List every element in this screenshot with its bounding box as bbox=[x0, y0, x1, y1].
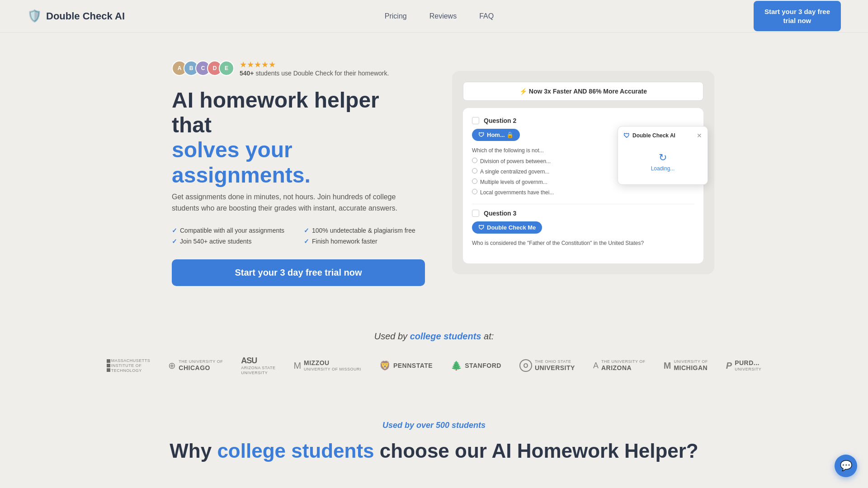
logo-icon: 🛡️ bbox=[27, 9, 42, 23]
nav-links: Pricing Reviews FAQ bbox=[385, 12, 494, 20]
nav-link-faq[interactable]: FAQ bbox=[479, 12, 494, 20]
asu-logo: ASU Arizona State University bbox=[241, 356, 275, 375]
ai-popup-title: 🛡 Double Check AI bbox=[623, 132, 675, 139]
double-check-btn-q2[interactable]: 🛡 Hom... 🔒 bbox=[472, 129, 520, 141]
stars: ★★★★★ 540+ students use Double Check for… bbox=[240, 60, 389, 77]
why-heading-blue: college students bbox=[217, 440, 374, 462]
hero-left: A B C D E ★★★★★ 540+ students use Double… bbox=[172, 60, 425, 286]
check-icon-1: ✓ bbox=[172, 227, 177, 234]
purdue-logo: P PURD... UNIVERSITY bbox=[726, 359, 761, 372]
ai-icon: 🛡 bbox=[623, 132, 630, 139]
ai-popup-header: 🛡 Double Check AI ✕ bbox=[623, 132, 702, 139]
question-3-checkbox[interactable] bbox=[472, 210, 479, 217]
option-4: Local governments have thei... bbox=[472, 188, 694, 197]
nav-link-pricing[interactable]: Pricing bbox=[385, 12, 407, 20]
feature-3: ✓ Join 540+ active students bbox=[172, 238, 293, 245]
hero-cta-button[interactable]: Start your 3 day free trial now bbox=[172, 259, 425, 286]
btn-icon-3: 🛡 bbox=[478, 224, 484, 231]
navbar: 🛡️ Double Check AI Pricing Reviews FAQ S… bbox=[0, 0, 868, 33]
loading-spinner: ↻ bbox=[623, 152, 702, 164]
mit-logo: Massachusetts Institute of Technology bbox=[107, 358, 151, 373]
question-3-row: Question 3 🛡 Double Check Me Who is cons… bbox=[472, 210, 694, 247]
feature-4: ✓ Finish homework faster bbox=[304, 238, 425, 245]
hero-heading-blue: solves your assignments. bbox=[172, 138, 311, 187]
logos-row: Massachusetts Institute of Technology ⊕ … bbox=[27, 356, 841, 375]
question-2-label: Question 2 bbox=[484, 117, 516, 124]
demo-card: ⚡ Now 3x Faster AND 86% More Accurate Qu… bbox=[452, 71, 714, 274]
nav-link-reviews[interactable]: Reviews bbox=[429, 12, 457, 20]
ai-popup: 🛡 Double Check AI ✕ ↻ Loading... bbox=[618, 126, 708, 185]
double-check-btn-q3[interactable]: 🛡 Double Check Me bbox=[472, 221, 542, 234]
social-text: 540+ students use Double Check for their… bbox=[240, 70, 389, 77]
logo[interactable]: 🛡️ Double Check AI bbox=[27, 9, 125, 23]
michigan-logo: M UNIVERSITY OF MICHIGAN bbox=[664, 359, 708, 372]
social-proof: A B C D E ★★★★★ 540+ students use Double… bbox=[172, 60, 425, 77]
feature-2: ✓ 100% undetectable & plagiarism free bbox=[304, 227, 425, 234]
ai-popup-close-button[interactable]: ✕ bbox=[697, 132, 702, 139]
logos-section: Used by college students at: Massachuset… bbox=[0, 313, 868, 394]
question-3-text: Who is considered the "Father of the Con… bbox=[472, 239, 694, 247]
chat-bubble-button[interactable]: 💬 bbox=[835, 455, 857, 477]
uchicago-logo: ⊕ THE UNIVERSITY OF CHICAGO bbox=[168, 359, 223, 372]
star-rating: ★★★★★ bbox=[240, 60, 389, 70]
question-2-checkbox[interactable] bbox=[472, 117, 479, 124]
logos-heading: Used by college students at: bbox=[27, 331, 841, 342]
hero-heading: AI homework helper that solves your assi… bbox=[172, 88, 425, 188]
bottom-section: Used by over 500 students Why college st… bbox=[0, 394, 868, 481]
check-icon-4: ✓ bbox=[304, 238, 309, 245]
features-list: ✓ Compatible with all your assignments ✓… bbox=[172, 227, 425, 245]
btn-icon: 🛡 bbox=[478, 131, 484, 138]
question-3-label: Question 3 bbox=[484, 210, 516, 217]
demo-banner: ⚡ Now 3x Faster AND 86% More Accurate bbox=[463, 82, 703, 101]
why-heading: Why college students choose our AI Homew… bbox=[54, 439, 814, 463]
question-2-header: Question 2 bbox=[472, 117, 694, 124]
check-icon-3: ✓ bbox=[172, 238, 177, 245]
question-3-header: Question 3 bbox=[472, 210, 694, 217]
stanford-logo: 🌲 Stanford bbox=[451, 360, 501, 371]
demo-card-wrapper: ⚡ Now 3x Faster AND 86% More Accurate Qu… bbox=[452, 71, 714, 274]
check-icon-2: ✓ bbox=[304, 227, 309, 234]
logo-text: Double Check AI bbox=[46, 10, 125, 22]
chat-icon: 💬 bbox=[840, 460, 852, 472]
divider bbox=[472, 204, 694, 204]
avatars: A B C D E bbox=[172, 61, 234, 76]
avatar-5: E bbox=[219, 61, 234, 76]
hero-section: A B C D E ★★★★★ 540+ students use Double… bbox=[118, 33, 750, 313]
feature-1: ✓ Compatible with all your assignments bbox=[172, 227, 293, 234]
nav-cta-button[interactable]: Start your 3 day freetrial now bbox=[754, 1, 841, 31]
arizona-logo: A THE UNIVERSITY OF ARIZONA bbox=[593, 359, 646, 372]
pennstate-logo: 🦁 PennState bbox=[379, 360, 433, 371]
ohio-state-logo: O THE OHIO STATE UNIVERSITY bbox=[519, 359, 575, 372]
hero-subtext: Get assignments done in minutes, not hou… bbox=[172, 191, 425, 214]
ai-loading: ↻ Loading... bbox=[623, 145, 702, 179]
mizzou-logo: M Mizzou University of Missouri bbox=[293, 359, 361, 372]
demo-inner: Question 2 🛡 Hom... 🔒 Which of the follo… bbox=[463, 108, 703, 263]
used-by-label: Used by over 500 students bbox=[54, 421, 814, 430]
